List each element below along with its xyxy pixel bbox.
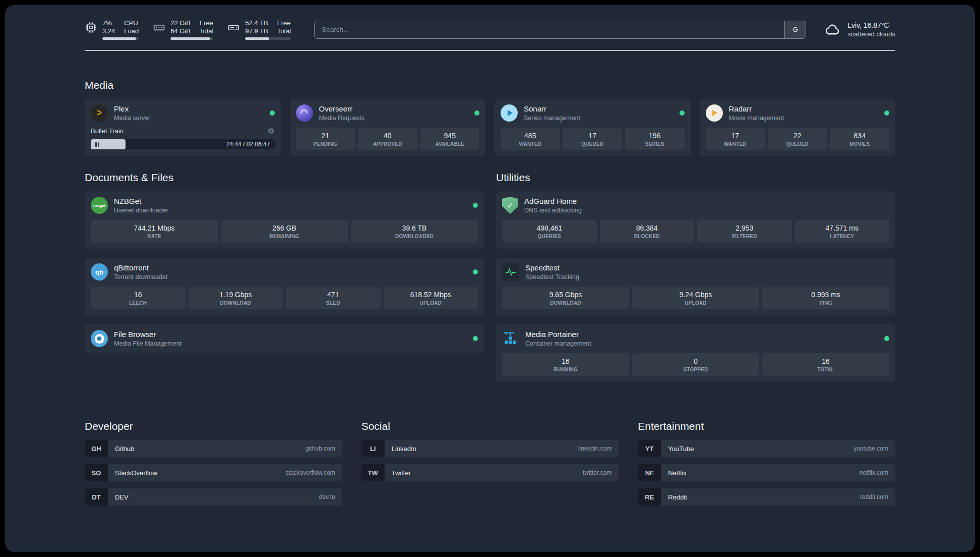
bookmark-domain: netflix.com	[860, 469, 888, 476]
speedtest-waveform-glyph	[505, 266, 517, 278]
filebrowser-card-header: File Browser Media File Management	[91, 330, 478, 347]
overseerr-card[interactable]: Overseerr Media Requests 21 PENDING 40 A…	[290, 99, 486, 156]
stat-latency: 47.571 ms LATENCY	[795, 220, 890, 243]
disk-label-2: Total	[277, 27, 291, 35]
bookmark-netflix[interactable]: NF Netflix netflix.com	[638, 464, 895, 481]
bookmark-domain: dev.to	[319, 493, 335, 500]
overseerr-subtitle: Media Requests	[319, 115, 364, 122]
sonarr-play-glyph	[508, 110, 513, 116]
bookmark-name: DEV	[115, 493, 129, 501]
dashboard: 7% CPU 3.24 Load 22 Gi	[5, 5, 975, 552]
bookmark-reddit[interactable]: RE Reddit reddit.com	[638, 488, 895, 506]
bookmark-dev[interactable]: DT DEV dev.to	[85, 488, 342, 506]
adguard-card[interactable]: ✓ AdGuard Home DNS and adblocking 498,46…	[496, 191, 895, 249]
stat-value: 0.993 ms	[764, 291, 887, 299]
radarr-card[interactable]: Radarr Movie management 17 WANTED 22 QUE…	[700, 99, 896, 156]
stat-wanted: 485 WANTED	[501, 128, 560, 150]
media-progress-bar[interactable]: 24:44 / 02:06:47	[91, 139, 275, 149]
speedtest-icon	[502, 263, 519, 281]
qbittorrent-card[interactable]: qb qBittorrent Torrent downloader 16 LEE…	[85, 258, 484, 315]
stat-label: PING	[764, 300, 887, 306]
cloud-icon	[823, 21, 841, 39]
portainer-card[interactable]: Media Portainer Container management 16 …	[496, 324, 895, 382]
bookmark-stackoverflow[interactable]: SO StackOverflow stackoverflow.com	[85, 464, 342, 481]
radarr-titles: Radarr Movie management	[729, 104, 784, 121]
section-utilities: Utilities ✓ AdGuard Home DNS and adblock…	[496, 172, 895, 391]
search-input[interactable]	[315, 21, 784, 38]
stat-label: APPROVED	[360, 141, 415, 147]
stat-label: QUERIES	[504, 234, 595, 239]
pause-icon[interactable]	[95, 142, 99, 147]
stat-value: 618.52 Mbps	[386, 291, 476, 299]
bookmark-youtube[interactable]: YT YouTube youtube.com	[638, 440, 895, 457]
stat-label: RUNNING	[504, 367, 627, 372]
playback-time: 24:44 / 02:06:47	[226, 139, 270, 149]
adguard-shield-icon: ✓	[502, 197, 518, 214]
section-heading-media: Media	[85, 79, 895, 91]
overseerr-stats: 21 PENDING 40 APPROVED 945 AVAILABLE	[296, 128, 480, 150]
filebrowser-title: File Browser	[114, 330, 181, 339]
qbittorrent-stats: 16 LEECH 1.19 Gbps DOWNLOAD 471 SEED 6	[91, 287, 478, 309]
speedtest-subtitle: Speedtest Tracking	[525, 273, 579, 281]
adguard-subtitle: DNS and adblocking	[524, 207, 582, 214]
search-provider-button[interactable]: G	[784, 21, 806, 38]
bookmark-bar: Netflix netflix.com	[661, 464, 895, 481]
stat-label: SERIES	[627, 141, 683, 147]
weather-location: Lviv, 16.87°C	[847, 21, 895, 29]
stat-value: 22	[770, 132, 825, 140]
stat-total: 16 TOTAL	[762, 353, 889, 376]
stat-value: 196	[627, 132, 683, 140]
now-playing-row: Bullet Train ⚙	[91, 127, 275, 135]
section-media: Media > Plex Media server	[85, 79, 895, 156]
bookmark-abbr: YT	[638, 440, 661, 457]
bookmark-abbr: TW	[361, 464, 385, 481]
stat-value: 2,953	[699, 224, 790, 232]
bookmark-name: Github	[115, 445, 134, 453]
memory-label-2: Total	[200, 27, 213, 35]
filebrowser-card[interactable]: File Browser Media File Management	[85, 324, 484, 353]
portainer-crane-glyph	[503, 330, 519, 347]
section-heading-utilities: Utilities	[496, 172, 895, 184]
media-progress-fill	[91, 139, 126, 149]
bookmark-bar: Twitter twitter.com	[385, 464, 619, 481]
bookmark-name: StackOverflow	[115, 469, 157, 477]
stat-seed: 471 SEED	[286, 287, 381, 309]
bookmark-bar: LinkedIn linkedin.com	[385, 440, 619, 457]
filebrowser-core	[97, 337, 101, 341]
stat-value: 744.21 Mbps	[93, 224, 216, 232]
nzbget-icon: nzbget	[91, 197, 108, 214]
check-icon: ✓	[507, 201, 513, 210]
stat-value: 1.19 Gbps	[191, 291, 281, 299]
overseerr-icon	[296, 104, 313, 122]
bookmark-domain: linkedin.com	[578, 445, 612, 452]
stat-pending: 21 PENDING	[296, 128, 355, 150]
stat-label: STOPPED	[634, 367, 757, 372]
adguard-card-header: ✓ AdGuard Home DNS and adblocking	[502, 197, 889, 214]
nzbget-card[interactable]: nzbget NZBGet Usenet downloader 744.21 M…	[85, 191, 484, 249]
cpu-percent: 7%	[102, 19, 115, 27]
disk-label-1: Free	[277, 19, 291, 27]
plex-card[interactable]: > Plex Media server Bullet Train ⚙	[85, 99, 281, 156]
nzbget-title: NZBGet	[114, 197, 168, 205]
bookmark-github[interactable]: GH Github github.com	[85, 440, 342, 457]
stat-value: 485	[503, 132, 558, 140]
stat-label: RATE	[93, 234, 216, 239]
bookmark-twitter[interactable]: TW Twitter twitter.com	[361, 464, 619, 481]
bookmark-name: Reddit	[668, 493, 687, 501]
qbittorrent-status-dot	[473, 269, 478, 274]
adguard-titles: AdGuard Home DNS and adblocking	[524, 197, 582, 213]
settings-gear-icon[interactable]: ⚙	[268, 127, 274, 135]
section-heading-social: Social	[361, 420, 619, 432]
stat-label: PENDING	[298, 141, 353, 147]
sonarr-card[interactable]: Sonarr Series management 485 WANTED 17 Q…	[495, 99, 691, 156]
bookmark-linkedin[interactable]: LI LinkedIn linkedin.com	[361, 440, 619, 457]
speedtest-card[interactable]: Speedtest Speedtest Tracking 9.65 Gbps D…	[496, 258, 895, 315]
plex-subtitle: Media server	[114, 115, 150, 122]
stat-value: 9.24 Gbps	[634, 291, 757, 299]
now-playing-title: Bullet Train	[91, 127, 124, 135]
stat-label: FILTERED	[699, 234, 790, 239]
bookmark-name: Twitter	[392, 469, 411, 477]
disk-widget-grid: 52.4 TB Free 97.9 TB Total	[245, 19, 291, 35]
stat-stopped: 0 STOPPED	[632, 353, 759, 376]
stat-value: 0	[634, 357, 757, 365]
